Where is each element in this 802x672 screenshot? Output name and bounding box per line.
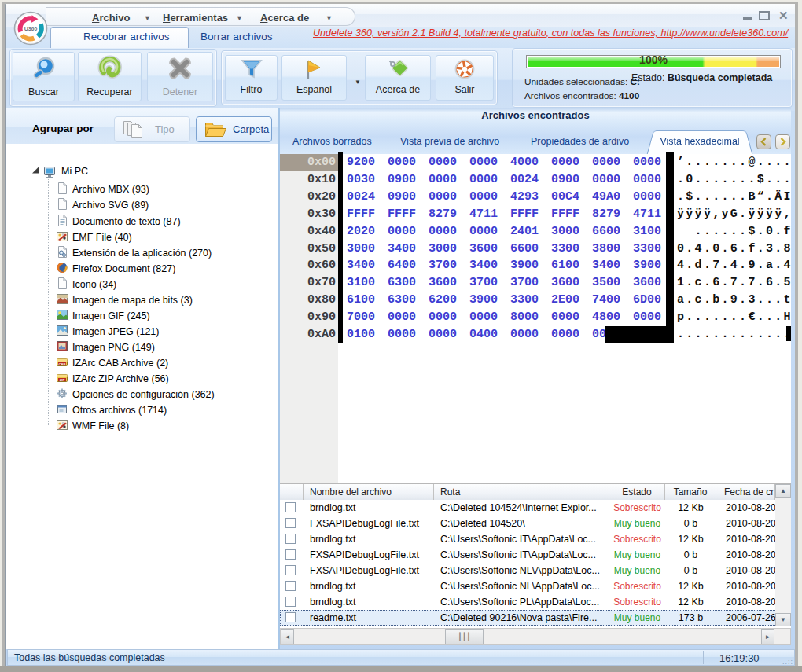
svg-text:U360: U360 — [24, 26, 38, 31]
